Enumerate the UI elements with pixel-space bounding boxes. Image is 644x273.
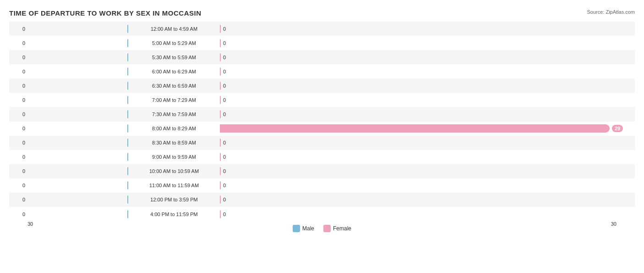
chart-title: TIME OF DEPARTURE TO WORK BY SEX IN MOCC… <box>9 9 635 17</box>
bar-row: 0 8:00 AM to 8:29 AM 29 <box>9 122 635 136</box>
row-label: 12:00 PM to 3:59 PM <box>128 197 220 202</box>
row-label: 8:30 AM to 8:59 AM <box>128 140 220 145</box>
left-value: 0 <box>9 183 27 188</box>
bar-row: 0 5:30 AM to 5:59 AM 0 <box>9 50 635 64</box>
bar-row: 0 10:00 AM to 10:59 AM 0 <box>9 164 635 178</box>
row-label: 6:30 AM to 6:59 AM <box>128 83 220 89</box>
bar-row: 0 6:30 AM to 6:59 AM 0 <box>9 78 635 93</box>
row-label: 6:00 AM to 6:29 AM <box>128 69 220 74</box>
right-value: 0 <box>221 154 239 160</box>
left-value: 0 <box>9 69 27 74</box>
right-bar-area: 0 <box>220 110 635 118</box>
right-value: 0 <box>221 168 239 174</box>
right-value: 0 <box>221 83 239 89</box>
female-swatch <box>323 225 331 232</box>
bar-row: 0 9:00 AM to 9:59 AM 0 <box>9 150 635 164</box>
row-label: 5:30 AM to 5:59 AM <box>128 55 220 60</box>
right-value: 0 <box>221 55 239 60</box>
chart-container: TIME OF DEPARTURE TO WORK BY SEX IN MOCC… <box>0 0 644 273</box>
left-value: 0 <box>9 97 27 103</box>
left-value: 0 <box>9 168 27 174</box>
bar-row: 0 5:00 AM to 5:29 AM 0 <box>9 36 635 50</box>
right-bar-area: 0 <box>220 195 635 204</box>
male-label: Male <box>302 225 314 232</box>
right-bar-area: 0 <box>220 39 635 47</box>
bar-row: 0 7:30 AM to 7:59 AM 0 <box>9 107 635 121</box>
row-label: 12:00 AM to 4:59 AM <box>128 26 220 32</box>
left-bar-area <box>27 25 128 33</box>
row-label: 7:30 AM to 7:59 AM <box>128 111 220 117</box>
left-bar-area <box>27 124 128 133</box>
right-bar-area: 0 <box>220 153 635 161</box>
left-bar-area <box>27 39 128 47</box>
right-bar-area: 29 <box>220 124 635 133</box>
right-value: 0 <box>221 69 239 74</box>
left-bar-area <box>27 82 128 90</box>
right-bar-area: 0 <box>220 53 635 61</box>
row-label: 7:00 AM to 7:29 AM <box>128 97 220 103</box>
left-bar-area <box>27 153 128 161</box>
bar-row: 0 7:00 AM to 7:29 AM 0 <box>9 93 635 107</box>
legend-female: Female <box>323 225 351 232</box>
left-bar-area <box>27 67 128 76</box>
row-label: 11:00 AM to 11:59 AM <box>128 183 220 188</box>
left-bar-area <box>27 210 128 218</box>
left-value: 0 <box>9 40 27 46</box>
left-value: 0 <box>9 83 27 89</box>
left-value: 0 <box>9 126 27 131</box>
left-value: 0 <box>9 154 27 160</box>
female-label: Female <box>333 225 351 232</box>
female-bar <box>220 124 610 133</box>
bar-row: 0 11:00 AM to 11:59 AM 0 <box>9 178 635 193</box>
legend-male: Male <box>293 225 314 232</box>
axis-right-label: 30 <box>611 221 635 232</box>
bar-row: 0 6:00 AM to 6:29 AM 0 <box>9 64 635 78</box>
right-value: 0 <box>221 111 239 117</box>
left-bar-area <box>27 96 128 104</box>
right-bar-area: 0 <box>220 139 635 147</box>
left-bar-area <box>27 110 128 118</box>
male-swatch <box>293 225 300 232</box>
row-label: 8:00 AM to 8:29 AM <box>128 126 220 131</box>
rows-container: 0 12:00 AM to 4:59 AM 0 0 5:00 AM to 5:2… <box>9 22 635 221</box>
source-label: Source: ZipAtlas.com <box>587 9 635 15</box>
left-value: 0 <box>9 26 27 32</box>
right-value: 0 <box>221 40 239 46</box>
right-bar-area: 0 <box>220 67 635 76</box>
right-bar-area: 0 <box>220 210 635 218</box>
axis-labels: 30 Male Female 30 <box>9 221 635 233</box>
bar-row: 0 4:00 PM to 11:59 PM 0 <box>9 207 635 221</box>
bar-value-outside: 29 <box>612 125 623 132</box>
left-value: 0 <box>9 197 27 202</box>
left-value: 0 <box>9 140 27 145</box>
left-bar-area <box>27 139 128 147</box>
bar-row: 0 12:00 PM to 3:59 PM 0 <box>9 193 635 207</box>
right-value: 0 <box>221 26 239 32</box>
right-value: 0 <box>221 97 239 103</box>
right-bar-area: 0 <box>220 96 635 104</box>
right-bar-area: 0 <box>220 82 635 90</box>
legend: Male Female <box>293 225 351 232</box>
bar-row: 0 8:30 AM to 8:59 AM 0 <box>9 136 635 150</box>
chart-area: 0 12:00 AM to 4:59 AM 0 0 5:00 AM to 5:2… <box>9 22 635 235</box>
right-value: 0 <box>221 197 239 202</box>
right-bar-area: 0 <box>220 167 635 175</box>
right-bar-area: 0 <box>220 25 635 33</box>
left-bar-area <box>27 181 128 189</box>
left-value: 0 <box>9 55 27 60</box>
right-value: 0 <box>221 183 239 188</box>
row-label: 5:00 AM to 5:29 AM <box>128 40 220 46</box>
left-value: 0 <box>9 212 27 217</box>
left-bar-area <box>27 167 128 175</box>
right-value: 0 <box>221 140 239 145</box>
left-bar-area <box>27 53 128 61</box>
right-bar-area: 0 <box>220 181 635 189</box>
left-bar-area <box>27 195 128 204</box>
left-value: 0 <box>9 111 27 117</box>
right-value: 0 <box>221 212 239 217</box>
row-label: 10:00 AM to 10:59 AM <box>128 168 220 174</box>
axis-left-label: 30 <box>9 221 33 232</box>
row-label: 4:00 PM to 11:59 PM <box>128 212 220 217</box>
bar-row: 0 12:00 AM to 4:59 AM 0 <box>9 22 635 36</box>
row-label: 9:00 AM to 9:59 AM <box>128 154 220 160</box>
